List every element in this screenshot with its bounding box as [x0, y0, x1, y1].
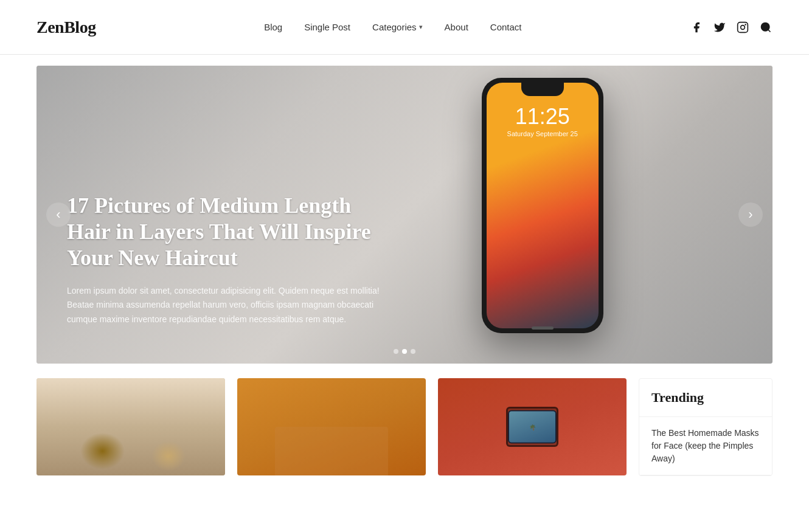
- hero-excerpt: Lorem ipsum dolor sit amet, consectetur …: [67, 284, 395, 327]
- card-dogs[interactable]: [36, 378, 225, 475]
- nav-single-post[interactable]: Single Post: [304, 22, 350, 32]
- trending-heading: Trending: [639, 379, 772, 417]
- hero-content: 17 Pictures of Medium Length Hair in Lay…: [67, 193, 395, 327]
- card-tablet[interactable]: 🌴: [438, 378, 627, 475]
- dot-1[interactable]: [394, 349, 398, 354]
- phone-time: 11:25: [515, 104, 570, 130]
- svg-point-3: [761, 22, 769, 30]
- main-nav: Blog Single Post Categories ▾ About Cont…: [264, 22, 521, 32]
- phone-notch: [521, 83, 564, 96]
- phone-screen: 11:25 Saturday September 25: [487, 83, 599, 328]
- hero-title: 17 Pictures of Medium Length Hair in Lay…: [67, 193, 395, 272]
- nav-contact[interactable]: Contact: [490, 22, 522, 32]
- svg-point-2: [745, 24, 746, 26]
- chevron-down-icon: ▾: [419, 23, 423, 31]
- nav-blog[interactable]: Blog: [264, 22, 282, 32]
- hero-slider: 11:25 Saturday September 25 17 Pictures …: [36, 66, 773, 364]
- svg-line-4: [768, 29, 771, 32]
- twitter-icon[interactable]: [713, 21, 726, 34]
- svg-rect-0: [738, 22, 748, 32]
- dot-3[interactable]: [411, 349, 415, 354]
- slider-prev-button[interactable]: ‹: [46, 202, 71, 227]
- next-arrow-icon: ›: [748, 207, 752, 223]
- prev-arrow-icon: ‹: [56, 207, 60, 223]
- facebook-icon[interactable]: [690, 21, 703, 34]
- header-icons: [690, 21, 773, 34]
- bottom-section: 🌴 Trending The Best Homemade Masks for F…: [36, 378, 773, 476]
- nav-categories-label[interactable]: Categories: [372, 22, 417, 32]
- svg-point-1: [741, 25, 745, 29]
- logo: ZenBlog: [36, 18, 96, 37]
- nav-about[interactable]: About: [445, 22, 468, 32]
- slider-dots: [394, 349, 415, 354]
- dot-2[interactable]: [402, 349, 407, 354]
- phone-date: Saturday September 25: [507, 130, 578, 137]
- nav-categories[interactable]: Categories ▾: [372, 22, 423, 32]
- instagram-icon[interactable]: [736, 21, 749, 34]
- phone-illustration: 11:25 Saturday September 25: [482, 78, 603, 333]
- card-food[interactable]: [237, 378, 426, 475]
- header: ZenBlog Blog Single Post Categories ▾ Ab…: [0, 0, 809, 55]
- phone-home-button: [532, 326, 554, 330]
- phone-body: 11:25 Saturday September 25: [482, 78, 603, 333]
- search-icon[interactable]: [759, 21, 773, 34]
- slider-next-button[interactable]: ›: [738, 202, 763, 227]
- trending-item-1[interactable]: The Best Homemade Masks for Face (keep t…: [639, 417, 772, 475]
- trending-sidebar: Trending The Best Homemade Masks for Fac…: [639, 378, 773, 476]
